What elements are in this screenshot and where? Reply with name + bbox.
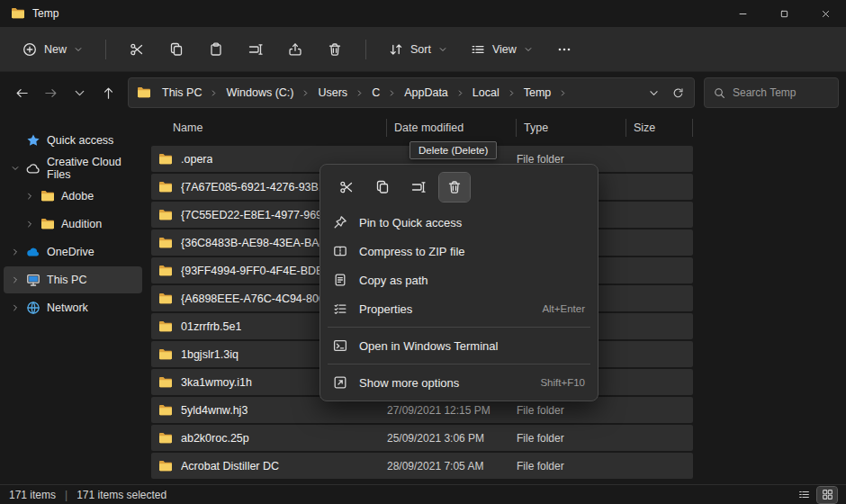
menu-item-label: Show more options	[359, 376, 459, 390]
breadcrumb-item-this-pc[interactable]: This PC	[156, 84, 208, 102]
chevron-right-icon[interactable]	[388, 89, 396, 97]
column-header-size[interactable]: Size	[626, 119, 693, 137]
delete-button[interactable]	[319, 34, 351, 65]
column-header-date-modified[interactable]: Date modified	[387, 119, 517, 137]
breadcrumb[interactable]: This PCWindows (C:)UsersCAppDataLocalTem…	[128, 77, 695, 108]
sidebar-item-adobe[interactable]: Adobe	[4, 183, 142, 210]
file-date-modified: 28/09/2021 7:05 AM	[387, 460, 517, 472]
menu-delete-button[interactable]	[439, 173, 470, 202]
menu-item-shortcut: Shift+F10	[540, 377, 585, 388]
chevron-right-icon[interactable]	[356, 89, 364, 97]
chevron-down-icon[interactable]	[648, 87, 660, 99]
menu-item-show-more-options[interactable]: Show more optionsShift+F10	[324, 368, 594, 397]
scissors-icon	[339, 180, 354, 194]
chevron-right-icon[interactable]	[559, 89, 567, 97]
share-icon	[288, 42, 302, 57]
zip-icon	[333, 244, 347, 258]
thumbnails-view-button[interactable]	[817, 487, 837, 503]
arrow-up-icon	[102, 86, 115, 100]
breadcrumb-tail	[648, 87, 686, 99]
close-button[interactable]	[805, 0, 846, 27]
file-name: 5yld4wnw.hj3	[181, 404, 248, 417]
new-button[interactable]: New	[14, 37, 91, 62]
menu-rename-button[interactable]	[403, 173, 434, 202]
status-divider: |	[65, 489, 68, 501]
breadcrumb-item-c[interactable]: C	[365, 84, 386, 102]
breadcrumb-items: This PCWindows (C:)UsersCAppDataLocalTem…	[156, 84, 568, 102]
sort-button[interactable]: Sort	[381, 37, 455, 62]
arrow-left-icon	[15, 86, 29, 100]
sidebar-item-this-pc[interactable]: This PC	[4, 266, 142, 293]
view-button[interactable]: View	[463, 37, 541, 62]
folder-icon	[158, 403, 173, 418]
file-name: 3ka1wmoy.i1h	[181, 376, 252, 389]
sidebar-item-network[interactable]: Network	[4, 294, 142, 321]
column-header-name[interactable]: Name	[151, 119, 387, 137]
breadcrumb-item-users[interactable]: Users	[311, 84, 354, 102]
search-input[interactable]	[733, 86, 829, 99]
paste-button[interactable]	[200, 34, 232, 65]
chevron-right-icon[interactable]	[302, 89, 310, 97]
menu-separator	[328, 364, 590, 364]
clipboard-icon	[209, 42, 223, 57]
title-bar: Temp	[0, 0, 846, 27]
up-button[interactable]	[94, 78, 122, 107]
sort-button-label: Sort	[410, 43, 431, 56]
cut-button[interactable]	[121, 34, 153, 65]
chevron-right-icon[interactable]	[25, 220, 34, 229]
breadcrumb-item-windows-c[interactable]: Windows (C:)	[220, 84, 300, 102]
chevron-right-icon[interactable]	[456, 89, 464, 97]
sidebar-item-audition[interactable]: Audition	[4, 211, 142, 238]
file-row[interactable]: ab2k0roc.25p25/09/2021 3:06 PMFile folde…	[151, 425, 693, 451]
chevron-down-icon	[438, 45, 447, 54]
chevron-right-icon[interactable]	[210, 89, 218, 97]
menu-item-copy-as-path[interactable]: Copy as path	[324, 266, 594, 294]
cloud-icon	[26, 161, 40, 176]
sidebar-item-label: Adobe	[61, 190, 94, 202]
file-row[interactable]: Acrobat Distiller DC28/09/2021 7:05 AMFi…	[151, 453, 693, 479]
chevron-right-icon[interactable]	[11, 248, 20, 256]
breadcrumb-item-temp[interactable]: Temp	[518, 84, 558, 102]
chevron-down-icon[interactable]	[11, 164, 20, 173]
menu-item-pin-to-quick-access[interactable]: Pin to Quick access	[324, 208, 594, 237]
close-icon	[821, 9, 831, 19]
file-type: File folder	[517, 404, 626, 417]
breadcrumb-item-local[interactable]: Local	[466, 84, 506, 102]
menu-cut-button[interactable]	[331, 173, 362, 202]
show-more-icon	[333, 375, 347, 390]
search-box[interactable]	[704, 77, 839, 108]
menu-copy-button[interactable]	[367, 173, 398, 202]
toolbar-divider	[365, 40, 366, 59]
file-name: .opera	[181, 153, 212, 166]
file-explorer-window: Temp New Sort View	[0, 0, 846, 504]
minimize-button[interactable]	[722, 0, 763, 27]
see-more-button[interactable]	[548, 34, 580, 65]
column-header-type[interactable]: Type	[517, 119, 626, 137]
chevron-right-icon[interactable]	[508, 89, 516, 97]
menu-item-properties[interactable]: PropertiesAlt+Enter	[324, 294, 594, 323]
chevron-right-icon[interactable]	[25, 192, 34, 201]
rename-button[interactable]	[239, 34, 272, 65]
menu-item-open-in-windows-terminal[interactable]: Open in Windows Terminal	[324, 331, 594, 360]
details-view-button[interactable]	[794, 487, 814, 503]
folder-icon	[158, 320, 173, 334]
chevron-right-icon[interactable]	[11, 275, 20, 284]
copy-button[interactable]	[160, 34, 193, 65]
sidebar-item-onedrive[interactable]: OneDrive	[4, 238, 142, 266]
folder-icon	[11, 6, 25, 21]
rename-icon	[248, 42, 263, 57]
sidebar-item-quick-access[interactable]: Quick access	[4, 127, 142, 154]
refresh-icon[interactable]	[672, 87, 684, 99]
maximize-button[interactable]	[763, 0, 805, 27]
chevron-right-icon[interactable]	[11, 303, 20, 312]
breadcrumb-item-appdata[interactable]: AppData	[398, 84, 454, 102]
file-name: 01zrrfrb.5e1	[181, 320, 241, 333]
file-name: {7A67E085-6921-4276-93B1-94	[181, 181, 341, 194]
forward-button[interactable]	[36, 78, 65, 107]
menu-item-compress-to-zip-file[interactable]: Compress to ZIP file	[324, 237, 594, 266]
recent-locations-button[interactable]	[65, 78, 94, 107]
new-button-label: New	[44, 43, 67, 56]
sidebar-item-creative-cloud-files[interactable]: Creative Cloud Files	[4, 155, 142, 182]
share-button[interactable]	[279, 34, 311, 65]
back-button[interactable]	[7, 78, 36, 107]
